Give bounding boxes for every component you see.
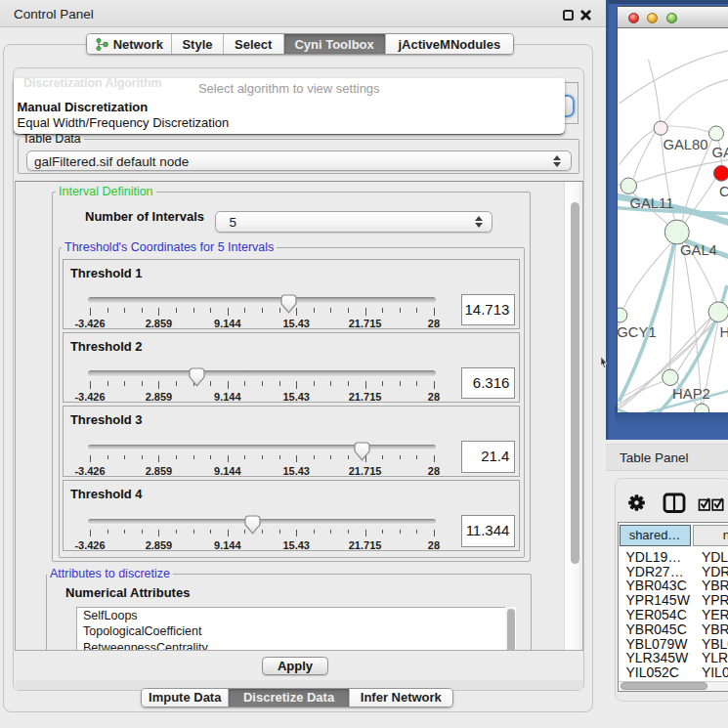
svg-text:H: H bbox=[719, 324, 728, 340]
svg-text:GCY1: GCY1 bbox=[618, 324, 657, 340]
svg-text:GA: GA bbox=[711, 145, 728, 160]
svg-text:GAL11: GAL11 bbox=[629, 195, 673, 211]
svg-text:GAL80: GAL80 bbox=[663, 137, 707, 152]
svg-text:GAL4: GAL4 bbox=[680, 242, 717, 258]
svg-text:C: C bbox=[719, 184, 728, 199]
svg-text:HAP2: HAP2 bbox=[672, 386, 710, 402]
